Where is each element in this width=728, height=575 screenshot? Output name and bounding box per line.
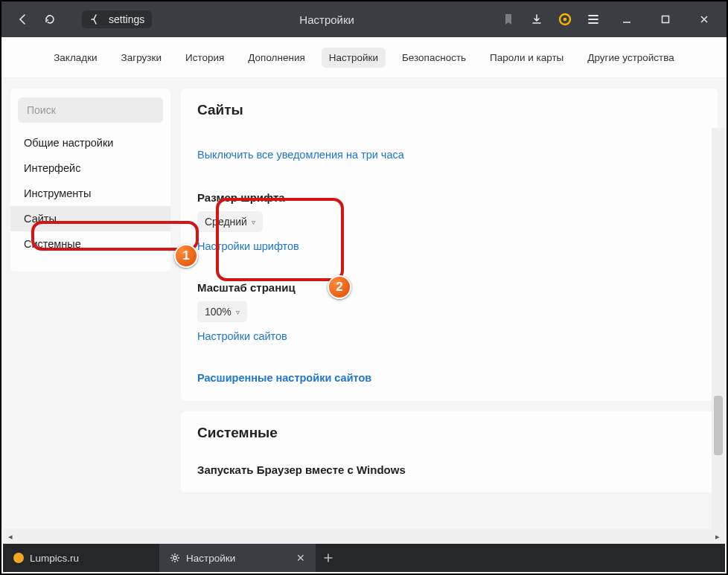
font-size-dropdown[interactable]: Средний ▿ (197, 211, 263, 232)
sidebar-item-system[interactable]: Системные (10, 231, 170, 257)
font-size-label: Размер шрифта (197, 191, 701, 204)
settings-sidebar: Поиск Общие настройки Интерфейс Инструме… (10, 89, 170, 272)
topnav-history[interactable]: История (178, 48, 232, 68)
vertical-scrollbar-thumb[interactable] (714, 396, 723, 455)
sidebar-item-interface[interactable]: Интерфейс (10, 155, 170, 181)
system-heading: Системные (197, 425, 701, 441)
window-minimize[interactable] (615, 7, 639, 31)
page-title: Настройки (152, 13, 502, 26)
advanced-site-settings-link[interactable]: Расширенные настройки сайтов (197, 372, 371, 384)
vertical-scrollbar[interactable] (712, 128, 725, 529)
chevron-down-icon: ▿ (236, 308, 240, 316)
search-placeholder: Поиск (27, 104, 56, 116)
address-box[interactable]: settings (82, 10, 152, 28)
titlebar-right (502, 7, 727, 31)
font-size-value: Средний (205, 216, 247, 228)
mute-notifications-link[interactable]: Выключить все уведомления на три часа (197, 149, 404, 161)
svg-rect-2 (662, 16, 669, 23)
horizontal-scrollbar[interactable]: ◂ ▸ (3, 529, 725, 544)
topnav-bookmarks[interactable]: Закладки (46, 48, 104, 68)
address-text: settings (109, 13, 144, 25)
system-card: Системные Запускать Браузер вместе с Win… (181, 411, 718, 492)
yandex-icon (89, 13, 101, 25)
topnav-downloads[interactable]: Загрузки (114, 48, 169, 68)
new-tab-button[interactable] (316, 544, 341, 572)
topnav-devices[interactable]: Другие устройства (580, 48, 682, 68)
sidebar-item-tools[interactable]: Инструменты (10, 181, 170, 206)
sites-card: Сайты Выключить все уведомления на три ч… (181, 89, 718, 401)
topnav-security[interactable]: Безопасность (395, 48, 473, 68)
titlebar-left: settings (1, 10, 152, 28)
site-settings-link[interactable]: Настройки сайтов (197, 330, 287, 342)
hscroll-left[interactable]: ◂ (3, 529, 18, 544)
topnav-settings[interactable]: Настройки (322, 48, 386, 68)
tab-settings[interactable]: Настройки ✕ (159, 544, 316, 572)
sidebar-search[interactable]: Поиск (18, 97, 163, 123)
content-area: Поиск Общие настройки Интерфейс Инструме… (1, 78, 727, 529)
back-button[interactable] (16, 13, 30, 26)
sidebar-item-sites[interactable]: Сайты (10, 206, 170, 231)
browser-tabstrip: Lumpics.ru Настройки ✕ (3, 544, 725, 572)
tab-label: Lumpics.ru (30, 553, 79, 564)
downloads-icon[interactable] (530, 13, 543, 26)
topnav-addons[interactable]: Дополнения (240, 48, 312, 68)
topnav-passwords[interactable]: Пароли и карты (482, 48, 571, 68)
zoom-value: 100% (205, 306, 232, 318)
window-close[interactable] (692, 7, 716, 31)
tab-close-icon[interactable]: ✕ (296, 552, 305, 564)
svg-point-3 (173, 556, 176, 559)
extensions-icon[interactable] (558, 13, 572, 26)
menu-icon[interactable] (587, 13, 600, 26)
font-settings-link[interactable]: Настройки шрифтов (197, 240, 299, 252)
window-maximize[interactable] (654, 7, 677, 31)
svg-point-1 (563, 18, 567, 22)
hscroll-right[interactable]: ▸ (710, 529, 725, 544)
settings-topnav: Закладки Загрузки История Дополнения Нас… (1, 37, 727, 78)
tab-label: Настройки (186, 553, 235, 564)
chevron-down-icon: ▿ (252, 218, 255, 226)
autostart-label: Запускать Браузер вместе с Windows (197, 463, 701, 476)
sidebar-item-general[interactable]: Общие настройки (10, 130, 170, 155)
zoom-label: Масштаб страниц (197, 281, 701, 294)
bookmark-icon[interactable] (502, 13, 515, 26)
sites-heading: Сайты (197, 102, 701, 118)
gear-icon (170, 553, 180, 563)
tab-lumpics[interactable]: Lumpics.ru (3, 544, 159, 572)
zoom-dropdown[interactable]: 100% ▿ (197, 301, 247, 322)
window-titlebar: settings Настройки (1, 1, 727, 37)
settings-main: Сайты Выключить все уведомления на три ч… (181, 89, 718, 529)
reload-button[interactable] (43, 13, 57, 26)
favicon-lumpics (13, 553, 24, 563)
